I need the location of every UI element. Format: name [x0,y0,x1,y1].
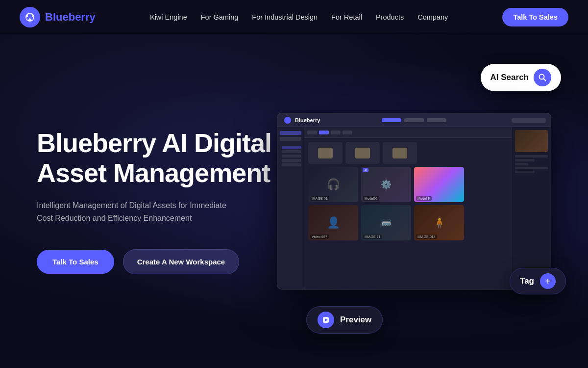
preview-label: Preview [340,315,371,325]
info-thumb-img [515,130,548,152]
folder-row [308,142,508,164]
asset-label-5: IMAGE 71 [363,235,382,239]
info-thumbnail [515,130,548,152]
sidebar-item-1 [280,131,301,135]
asset-video-697: Video-697 [308,205,358,240]
toolbar-btn-2 [331,131,341,134]
nav-link-for-industrial-design[interactable]: For Industrial Design [252,13,318,21]
ai-search-icon [534,69,551,86]
app-topbar: Blueberry [277,113,551,127]
hero-buttons: Talk To Sales Create A New Workspace [37,249,277,274]
asset-model-p: Model-P [414,167,464,202]
hero-section: Blueberry AI Digital Asset Management In… [0,34,588,368]
nav-link-for-gaming[interactable]: For Gaming [201,13,239,21]
hero-talk-to-sales-button[interactable]: Talk To Sales [37,250,114,274]
navbar: Blueberry Kiwi Engine For Gaming For Ind… [0,0,588,34]
asset-label-6: IMAGE-014 [416,235,437,239]
nav-links: Kiwi Engine For Gaming For Industrial De… [150,13,448,21]
logo-text: Blueberry [45,11,96,24]
ai-search-badge: AI Search [481,64,561,91]
asset-model03: AI Model03 [361,167,411,202]
asset-headphones: IMAGE-01 [308,167,358,202]
nav-link-company[interactable]: Company [417,13,448,21]
tag-badge: Tag + [510,268,566,294]
svg-point-3 [30,17,33,20]
app-tabs [382,118,446,122]
nav-link-products[interactable]: Products [376,13,404,21]
toolbar-btn-3 [343,131,352,134]
tree-item-3 [282,155,301,158]
asset-image-71: IMAGE 71 [361,205,411,240]
app-sidebar [277,127,304,289]
asset-label-3: Model-P [416,196,432,201]
app-tab-1 [382,118,401,122]
logo-icon [20,7,40,27]
app-search-mini [512,118,546,123]
folder-icon-3 [392,148,407,158]
hero-right-content: AI Search Blueberry [277,79,551,324]
tree-item-1 [282,146,301,149]
sidebar-tree [280,146,301,166]
app-main: IMAGE-01 AI Model03 Model-P [304,127,512,289]
nav-link-kiwi-engine[interactable]: Kiwi Engine [150,13,187,21]
folder-2 [345,142,380,164]
app-tab-3 [427,118,446,122]
app-tab-2 [404,118,424,122]
preview-badge: Preview [306,306,383,334]
svg-point-2 [26,17,29,20]
app-asset-grid: IMAGE-01 AI Model03 Model-P [304,138,512,289]
tree-item-2 [282,150,301,153]
hero-subtitle: Intelligent Management of Digital Assets… [37,199,243,224]
tag-plus-icon: + [540,273,556,289]
info-row-4 [515,167,548,169]
sidebar-item-2 [280,137,301,141]
asset-image-014: IMAGE-014 [414,205,464,240]
folder-icon-2 [355,148,370,158]
app-brand-mini: Blueberry [295,117,320,123]
img-row-2: Video-697 IMAGE 71 IMAGE-014 [308,205,508,240]
info-row-5 [515,171,535,173]
info-row-3 [515,163,528,165]
logo[interactable]: Blueberry [20,7,96,27]
asset-label-2: Model03 [363,196,379,201]
nav-link-for-retail[interactable]: For Retail [331,13,362,21]
toolbar-btn-1 [307,131,317,134]
toolbar-btn-share [319,131,329,134]
app-screenshot: Blueberry [277,113,551,289]
folder-icon-1 [318,148,333,158]
app-toolbar [304,127,512,138]
hero-create-workspace-button[interactable]: Create A New Workspace [123,249,240,274]
asset-label-4: Video-697 [310,235,329,239]
folder-1 [308,142,343,164]
ai-search-label: AI Search [490,73,529,82]
preview-icon [318,312,334,328]
tree-item-5 [282,163,301,166]
tree-item-4 [282,159,301,162]
hero-title: Blueberry AI Digital Asset Management [37,128,277,187]
info-row-1 [515,155,548,158]
app-body: IMAGE-01 AI Model03 Model-P [277,127,551,289]
asset-label-1: IMAGE-01 [310,196,329,201]
app-info-panel [512,127,551,289]
asset-badge-1: AI [363,168,368,172]
info-row-2 [515,159,535,161]
hero-left-content: Blueberry AI Digital Asset Management In… [37,128,277,274]
app-logo-mini [284,117,291,124]
svg-line-5 [544,79,546,81]
img-row-1: IMAGE-01 AI Model03 Model-P [308,167,508,202]
folder-3 [383,142,417,164]
nav-cta-button[interactable]: Talk To Sales [502,8,568,26]
tag-label: Tag [520,276,534,286]
